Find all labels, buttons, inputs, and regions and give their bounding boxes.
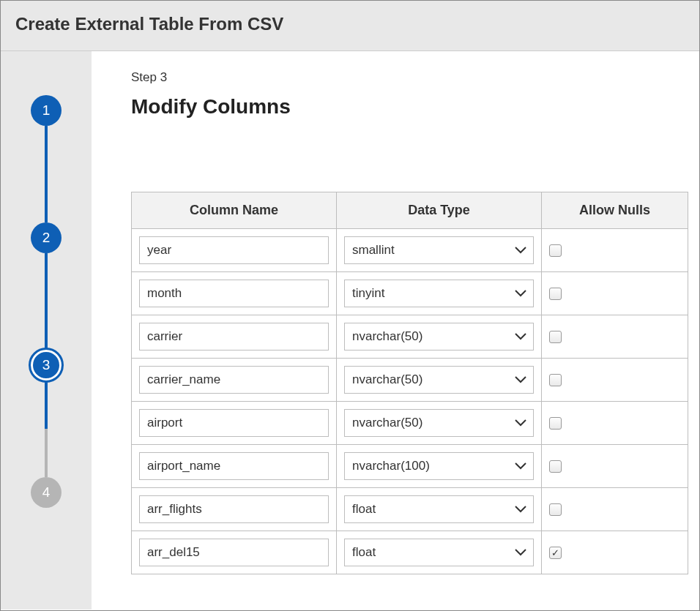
allow-nulls-checkbox[interactable] <box>549 331 562 343</box>
step-indicator-4[interactable]: 4 <box>31 477 62 508</box>
col-header-name: Column Name <box>132 192 337 229</box>
column-name-input[interactable] <box>139 366 329 394</box>
table-row <box>132 315 688 359</box>
page-title: Modify Columns <box>131 95 699 119</box>
step-indicator-1[interactable]: 1 <box>31 95 62 126</box>
data-type-select[interactable] <box>344 280 534 307</box>
allow-nulls-checkbox[interactable] <box>549 244 562 257</box>
dialog-title: Create External Table From CSV <box>15 14 685 34</box>
table-row <box>132 402 688 445</box>
step-indicator-2[interactable]: 2 <box>31 222 62 253</box>
column-name-input[interactable] <box>139 236 329 264</box>
data-type-select[interactable] <box>344 323 534 351</box>
column-name-input[interactable] <box>139 539 329 566</box>
table-row <box>132 359 688 402</box>
data-type-select[interactable] <box>344 452 534 480</box>
step-connector <box>45 253 48 350</box>
column-name-input[interactable] <box>139 452 329 480</box>
data-type-select[interactable] <box>344 409 534 437</box>
data-type-select[interactable] <box>344 236 534 264</box>
column-name-input[interactable] <box>139 495 329 523</box>
table-row <box>132 445 688 488</box>
step-connector <box>45 126 48 222</box>
allow-nulls-checkbox[interactable] <box>549 460 562 473</box>
dialog-header: Create External Table From CSV <box>1 1 699 51</box>
data-type-select[interactable] <box>344 539 534 566</box>
table-row <box>132 488 688 531</box>
column-name-input[interactable] <box>139 409 329 437</box>
col-header-nulls: Allow Nulls <box>542 192 688 229</box>
allow-nulls-checkbox[interactable] <box>549 374 562 386</box>
column-name-input[interactable] <box>139 323 329 351</box>
step-connector <box>45 381 48 477</box>
content-area: 1234 Step 3 Modify Columns Column Name D… <box>1 51 699 610</box>
data-type-select[interactable] <box>344 366 534 394</box>
allow-nulls-checkbox[interactable] <box>549 503 562 516</box>
step-indicator-3[interactable]: 3 <box>31 350 62 381</box>
wizard-stepper: 1234 <box>1 51 92 610</box>
allow-nulls-checkbox[interactable] <box>549 547 562 559</box>
columns-table: Column Name Data Type Allow Nulls <box>131 192 688 574</box>
table-row <box>132 272 688 315</box>
allow-nulls-checkbox[interactable] <box>549 288 562 300</box>
table-row <box>132 229 688 272</box>
allow-nulls-checkbox[interactable] <box>549 417 562 430</box>
col-header-type: Data Type <box>337 192 542 229</box>
column-name-input[interactable] <box>139 280 329 307</box>
main-panel: Step 3 Modify Columns Column Name Data T… <box>92 51 699 610</box>
step-label: Step 3 <box>131 70 699 85</box>
columns-tbody <box>132 229 688 574</box>
table-row <box>132 531 688 574</box>
data-type-select[interactable] <box>344 495 534 523</box>
